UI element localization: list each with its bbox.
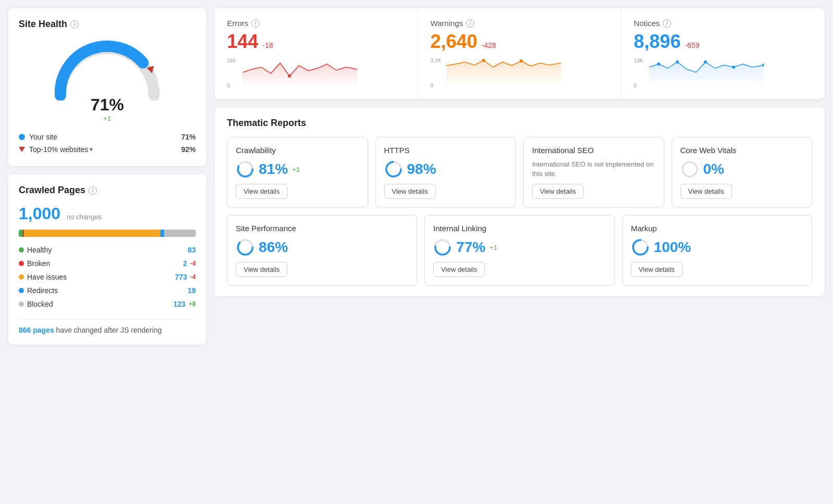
notices-info-icon[interactable]: i xyxy=(663,19,671,28)
internal-linking-view-btn[interactable]: View details xyxy=(433,262,485,277)
report-https: HTTPS 98% View details xyxy=(375,137,516,208)
svg-point-7 xyxy=(732,66,735,69)
notices-value: 8,896 xyxy=(634,31,680,53)
warnings-sparkline-container: 3.1K 0 xyxy=(431,58,609,89)
errors-label: Errors i xyxy=(227,19,405,28)
site-health-info-icon[interactable]: i xyxy=(70,20,79,29)
your-site-legend: Your site 71% xyxy=(19,131,196,143)
errors-sparkline xyxy=(243,58,357,86)
svg-point-2 xyxy=(482,59,485,62)
report-markup: Markup 100% View details xyxy=(622,215,812,286)
gauge-svg xyxy=(50,38,165,100)
errors-info-icon[interactable]: i xyxy=(251,19,260,28)
warnings-top-label: 3.1K xyxy=(431,58,441,64)
reports-top-grid: Crawlability 81% +1 View details HTTPS xyxy=(227,137,812,208)
pages-changed-link[interactable]: 866 pages xyxy=(19,326,54,334)
international-seo-view-btn[interactable]: View details xyxy=(532,184,584,199)
report-site-performance: Site Performance 86% View details xyxy=(227,215,417,286)
internal-linking-name: Internal Linking xyxy=(433,224,605,233)
crawlability-score: 81% xyxy=(259,161,288,178)
https-circle-icon xyxy=(384,160,403,179)
notices-value-row: 8,896 -659 xyxy=(634,31,812,53)
site-health-card: Site Health i 71% +1 xyxy=(8,8,206,166)
pages-changed: 866 pages have changed after JS renderin… xyxy=(19,319,196,334)
site-performance-circle-icon xyxy=(236,238,255,257)
crawled-pages-card: Crawled Pages i 1,000 no changes Healthy xyxy=(8,174,206,345)
internal-linking-circle-icon xyxy=(433,238,452,257)
top10-value: 92% xyxy=(181,145,196,154)
warnings-label: Warnings i xyxy=(431,19,609,28)
internal-linking-score: 77% xyxy=(456,239,485,256)
warnings-card: Warnings i 2,640 -428 3.1K 0 xyxy=(418,8,622,99)
errors-top-label: 166 xyxy=(227,58,236,64)
warnings-bottom-label: 0 xyxy=(431,83,434,89)
warnings-info-icon[interactable]: i xyxy=(466,19,474,28)
errors-value-row: 144 -18 xyxy=(227,31,405,53)
report-crawlability: Crawlability 81% +1 View details xyxy=(227,137,368,208)
core-web-vitals-view-btn[interactable]: View details xyxy=(680,184,732,199)
https-view-btn[interactable]: View details xyxy=(384,184,436,199)
https-score-row: 98% xyxy=(384,160,508,179)
site-performance-view-btn[interactable]: View details xyxy=(236,262,287,277)
errors-sparkline-container: 166 0 xyxy=(227,58,405,89)
report-international-seo: International SEO International SEO is n… xyxy=(523,137,664,208)
markup-view-btn[interactable]: View details xyxy=(631,262,683,277)
top10-chevron[interactable]: ▾ xyxy=(90,146,93,153)
crawlability-name: Crawlability xyxy=(236,146,359,155)
warnings-value: 2,640 xyxy=(431,31,477,53)
top10-legend: Top-10% websites ▾ 92% xyxy=(19,143,196,156)
pb-issues xyxy=(24,230,160,237)
warnings-delta: -428 xyxy=(482,41,496,49)
list-item: Broken 2 -4 xyxy=(19,257,196,270)
crawled-pages-info-icon[interactable]: i xyxy=(89,186,97,195)
crawled-count-row: 1,000 no changes xyxy=(19,204,196,223)
svg-point-1 xyxy=(288,74,291,78)
crawlability-view-btn[interactable]: View details xyxy=(236,184,287,199)
crawled-count: 1,000 xyxy=(19,204,60,223)
svg-point-13 xyxy=(683,162,697,177)
notices-delta: -659 xyxy=(685,41,699,49)
list-item: Healthy 83 xyxy=(19,243,196,257)
notices-card: Notices i 8,896 -659 10K 0 xyxy=(621,8,825,99)
https-name: HTTPS xyxy=(384,146,508,155)
markup-score-row: 100% xyxy=(631,238,803,257)
warnings-value-row: 2,640 -428 xyxy=(431,31,609,53)
core-web-vitals-score-row: 0% xyxy=(680,160,804,179)
progress-bar xyxy=(19,230,196,237)
thematic-reports-card: Thematic Reports Crawlability 81% +1 Vie… xyxy=(214,107,825,296)
list-item: Have issues 773 -4 xyxy=(19,270,196,284)
markup-score: 100% xyxy=(654,239,691,256)
notices-top-label: 10K xyxy=(634,58,643,64)
internal-linking-change: +1 xyxy=(489,244,497,251)
notices-label: Notices i xyxy=(634,19,812,28)
broken-dot xyxy=(19,261,24,266)
svg-point-4 xyxy=(657,62,660,66)
svg-point-3 xyxy=(520,59,523,62)
reports-bottom-grid: Site Performance 86% View details Intern… xyxy=(227,215,812,286)
markup-circle-icon xyxy=(631,238,650,257)
your-site-dot xyxy=(19,134,25,140)
https-score: 98% xyxy=(407,161,436,178)
crawlability-change: +1 xyxy=(292,166,300,173)
report-core-web-vitals: Core Web Vitals 0% View details xyxy=(672,137,813,208)
international-seo-note: International SEO is not implemented on … xyxy=(532,160,655,179)
gauge-change: +1 xyxy=(104,115,111,122)
report-internal-linking: Internal Linking 77% +1 View details xyxy=(424,215,614,286)
site-performance-score: 86% xyxy=(259,239,288,256)
notices-sparkline xyxy=(649,58,764,86)
gauge-container: 71% +1 xyxy=(19,38,196,122)
internal-linking-score-row: 77% +1 xyxy=(433,238,605,257)
international-seo-name: International SEO xyxy=(532,146,655,155)
list-item: Blocked 123 +8 xyxy=(19,297,196,311)
redirects-dot xyxy=(19,288,24,293)
notices-sparkline-container: 10K 0 xyxy=(634,58,812,89)
metrics-row: Errors i 144 -18 166 0 xyxy=(214,8,825,99)
blocked-dot xyxy=(19,301,24,307)
thematic-reports-title: Thematic Reports xyxy=(227,118,812,129)
core-web-vitals-circle-icon xyxy=(680,160,699,179)
international-seo-score-row: International SEO is not implemented on … xyxy=(532,160,655,179)
errors-card: Errors i 144 -18 166 0 xyxy=(214,8,418,99)
crawled-list: Healthy 83 Broken 2 -4 xyxy=(19,243,196,311)
top10-triangle xyxy=(19,147,25,152)
core-web-vitals-score: 0% xyxy=(703,161,724,178)
